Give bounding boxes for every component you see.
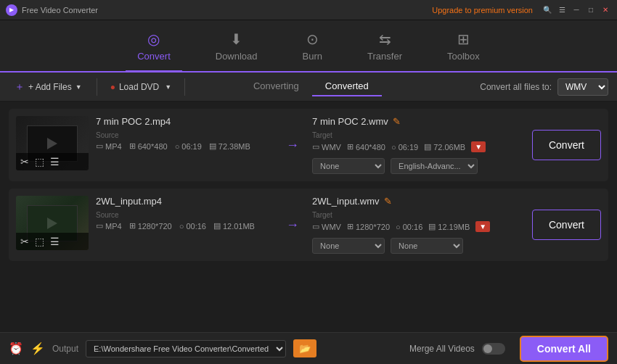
download-nav-icon: ⬇: [230, 30, 242, 48]
target-clock-icon-2: ○: [396, 223, 401, 231]
cut-icon-2[interactable]: ✂: [20, 236, 29, 247]
target-row-2: ▭ WMV ⊞ 1280*720 ○ 00:16 ▤ 12.19MB ▼: [312, 221, 525, 232]
toolbar-divider-1: [97, 78, 97, 96]
source-row-2: ▭ MP4 ⊞ 1280*720 ○ 00:16 ▤ 12.01MB: [96, 221, 273, 231]
merge-label: Merge All Videos: [409, 344, 475, 354]
toolbox-nav-icon: ⊞: [457, 30, 470, 48]
nav-item-burn[interactable]: ⊙ Burn: [291, 26, 334, 66]
file-item-1: ✂ ⬚ ☰ 7 min POC 2.mp4 Source ▭ MP4 ⊞ 640…: [9, 109, 608, 181]
app-logo: ▶: [6, 4, 17, 16]
nav-item-download[interactable]: ⬇ Download: [204, 26, 269, 66]
maximize-btn[interactable]: □: [585, 4, 597, 16]
resolution-icon-1: ⊞: [129, 141, 136, 151]
thumbnail-1: ✂ ⬚ ☰: [16, 116, 89, 170]
add-files-label: + Add Files: [28, 82, 72, 92]
convert-btn-1[interactable]: Convert: [532, 130, 601, 160]
target-format-icon-1: ▭: [312, 142, 319, 152]
target-section-1: 7 min POC 2.wmv ✎ Target ▭ WMV ⊞ 640*480…: [312, 116, 525, 174]
target-dropdown-btn-1[interactable]: ▼: [471, 141, 486, 152]
nav-label-download: Download: [216, 51, 258, 62]
target-res-icon-2: ⊞: [347, 222, 354, 231]
convert-all-files-label: Convert all files to:: [480, 82, 552, 92]
merge-toggle[interactable]: [482, 343, 505, 355]
right-toolbar: Convert all files to: WMV MP4 AVI MOV: [480, 78, 608, 96]
clip-icon-2[interactable]: ⬚: [35, 236, 44, 247]
target-size-icon-1: ▤: [424, 142, 431, 152]
subtitle-select-1[interactable]: None: [312, 158, 385, 174]
source-filename-2: 2WL_input.mp4: [96, 196, 273, 207]
clip-icon-1[interactable]: ⬚: [35, 156, 44, 167]
burn-nav-icon: ⊙: [306, 30, 319, 48]
source-label-1: Source: [96, 131, 273, 139]
edit-icon-1[interactable]: ✎: [393, 116, 401, 127]
window-controls: Upgrade to premium version 🔍 ☰ ─ □ ✕: [432, 4, 611, 16]
load-dvd-label: Load DVD: [119, 82, 159, 92]
format-select[interactable]: WMV MP4 AVI MOV: [557, 78, 608, 96]
file-item-2: ✂ ⬚ ☰ 2WL_input.mp4 Source ▭ MP4 ⊞ 1280*…: [9, 189, 608, 261]
edit-icon-2[interactable]: ✎: [384, 196, 392, 207]
format-icon-1: ▭: [96, 141, 103, 151]
open-folder-btn[interactable]: 📂: [293, 339, 316, 357]
load-dvd-button[interactable]: ● Load DVD ▼: [106, 79, 176, 95]
nav-item-convert[interactable]: ◎ Convert: [126, 26, 182, 66]
nav-item-transfer[interactable]: ⇆ Transfer: [356, 26, 414, 66]
source-row-1: ▭ MP4 ⊞ 640*480 ○ 06:19 ▤ 72.38MB: [96, 141, 273, 151]
thumbnail-2: ✂ ⬚ ☰: [16, 196, 89, 250]
target-dropdown-btn-2[interactable]: ▼: [475, 221, 490, 232]
lightning-icon[interactable]: ⚡: [30, 342, 45, 355]
clock-icon-2: ○: [179, 222, 184, 231]
target-resolution-2: ⊞ 1280*720: [347, 222, 390, 231]
arrow-right-1: →: [280, 138, 305, 153]
target-filename-1: 7 min POC 2.wmv ✎: [312, 116, 525, 127]
resolution-icon-2: ⊞: [129, 221, 136, 231]
target-clock-icon-1: ○: [391, 143, 396, 152]
settings-icon-1[interactable]: ☰: [50, 156, 60, 167]
sub-options-1: None English-Advanc...: [312, 158, 525, 174]
output-label: Output: [52, 344, 78, 354]
menu-title-btn[interactable]: ☰: [556, 4, 568, 16]
clock-bottom-icon[interactable]: ⏰: [9, 342, 23, 355]
search-title-btn[interactable]: 🔍: [542, 4, 553, 16]
toolbar: ＋ + Add Files ▼ ● Load DVD ▼ Converting …: [0, 73, 617, 102]
close-btn[interactable]: ✕: [600, 4, 611, 16]
nav-label-transfer: Transfer: [367, 51, 402, 62]
top-navigation: ◎ Convert ⬇ Download ⊙ Burn ⇆ Transfer ⊞…: [0, 20, 617, 73]
settings-icon-2[interactable]: ☰: [50, 236, 60, 247]
sub-options-2: None None: [312, 238, 525, 254]
target-row-1: ▭ WMV ⊞ 640*480 ○ 06:19 ▤ 72.06MB ▼: [312, 141, 525, 152]
audio-select-2[interactable]: None: [391, 238, 463, 254]
audio-select-1[interactable]: English-Advanc...: [391, 158, 478, 174]
size-icon-1: ▤: [209, 141, 216, 151]
thumb-tools-2: ✂ ⬚ ☰: [16, 233, 89, 250]
subtitle-select-2[interactable]: None: [312, 238, 385, 254]
target-size-2: ▤ 12.19MB: [428, 222, 470, 231]
source-filename-1: 7 min POC 2.mp4: [96, 116, 273, 127]
convert-all-button[interactable]: Convert All: [520, 336, 608, 362]
toolbar-divider-2: [184, 78, 185, 96]
dvd-icon: ●: [110, 82, 115, 92]
tab-converted[interactable]: Converted: [312, 77, 382, 96]
nav-label-burn: Burn: [303, 51, 322, 62]
nav-label-convert: Convert: [137, 51, 171, 62]
arrow-right-2: →: [280, 218, 305, 233]
target-res-icon-1: ⊞: [347, 142, 354, 152]
tab-converting[interactable]: Converting: [240, 77, 312, 96]
source-duration-2: ○ 00:16: [179, 222, 206, 231]
add-files-dropdown-icon: ▼: [75, 83, 82, 91]
source-duration-1: ○ 06:19: [175, 142, 202, 151]
output-path-select[interactable]: E:\Wondershare Free Video Converter\Conv…: [86, 340, 286, 357]
target-label-1: Target: [312, 131, 525, 139]
tab-group: Converting Converted: [240, 77, 382, 96]
target-duration-1: ○ 06:19: [391, 143, 418, 152]
add-files-button[interactable]: ＋ + Add Files ▼: [9, 78, 88, 96]
dvd-dropdown-icon: ▼: [165, 83, 171, 91]
nav-item-toolbox[interactable]: ⊞ Toolbox: [436, 26, 491, 66]
target-size-icon-2: ▤: [428, 222, 436, 231]
cut-icon-1[interactable]: ✂: [20, 156, 29, 167]
target-format-2: ▭ WMV: [312, 222, 341, 231]
minimize-btn[interactable]: ─: [571, 4, 582, 16]
convert-btn-2[interactable]: Convert: [532, 210, 601, 240]
target-format-icon-2: ▭: [312, 222, 319, 231]
upgrade-link[interactable]: Upgrade to premium version: [432, 6, 533, 15]
source-size-2: ▤ 12.01MB: [213, 221, 255, 231]
